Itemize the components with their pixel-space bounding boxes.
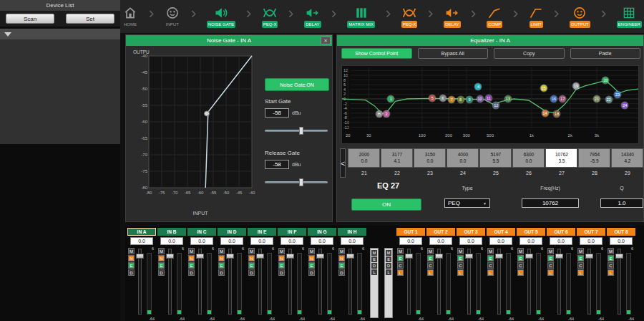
channel-button-C[interactable]: C (457, 262, 464, 269)
channel-button-L[interactable]: L (371, 269, 377, 275)
channel-button-C[interactable]: C (427, 262, 434, 269)
channel-gain-value[interactable]: 0.0 (459, 237, 482, 245)
eq-band-24[interactable]: 40000.024 (447, 148, 479, 178)
channel-label[interactable]: IN A (127, 228, 156, 236)
eq-button-paste[interactable]: Paste (570, 48, 641, 59)
channel-button-E[interactable]: E (386, 257, 391, 262)
channel-gain-value[interactable]: 0.0 (280, 237, 303, 245)
channel-gain-value[interactable]: 0.0 (519, 237, 542, 245)
toolbar-item-input[interactable]: INPUT (165, 6, 180, 28)
channel-fader[interactable] (348, 249, 352, 315)
channel-button-N[interactable]: N (128, 255, 135, 262)
channel-button-D[interactable]: D (188, 269, 195, 276)
close-icon[interactable]: × (321, 37, 331, 44)
channel-gain-value[interactable]: 0.0 (220, 237, 243, 245)
channel-label[interactable]: OUT 3 (457, 228, 485, 236)
eq-band-26[interactable]: 63000.026 (512, 148, 545, 178)
channel-gain-value[interactable]: 0.0 (550, 237, 572, 245)
channel-button-M[interactable]: M (128, 248, 135, 254)
channel-button-C[interactable]: C (608, 262, 614, 269)
slider-thumb[interactable] (299, 127, 303, 135)
channel-label[interactable]: OUT 4 (487, 228, 515, 236)
channel-fader[interactable] (557, 249, 561, 315)
toolbar-item-delay[interactable]: DELAY (444, 6, 460, 28)
channel-gain-value[interactable]: 0.0 (341, 237, 364, 245)
eq-band-22[interactable]: 31774.122 (381, 148, 413, 178)
channel-fader[interactable] (198, 249, 202, 315)
channel-button-M[interactable]: M (577, 248, 584, 254)
channel-gain-value[interactable]: 0.0 (130, 237, 153, 245)
fader-thumb[interactable] (286, 254, 294, 259)
toolbar-item-engineer[interactable]: ENGINEER (617, 6, 642, 28)
release-gate-slider[interactable] (265, 178, 328, 186)
channel-button-E[interactable]: E (308, 262, 315, 269)
channel-label[interactable]: IN D (218, 228, 246, 236)
channel-button-L[interactable]: L (577, 269, 584, 276)
channel-fader[interactable] (258, 249, 262, 315)
channel-gain-value[interactable]: 0.0 (250, 237, 273, 245)
channel-gain-value[interactable]: 0.0 (399, 237, 422, 245)
channel-button-E[interactable]: E (128, 262, 135, 269)
channel-button-E[interactable]: E (218, 262, 225, 269)
channel-button-E[interactable]: E (608, 255, 614, 262)
channel-button-M[interactable]: M (487, 248, 494, 254)
channel-button-D[interactable]: D (386, 263, 391, 269)
eq-control-point-16[interactable]: 16 (551, 96, 557, 102)
type-select[interactable]: PEQ ▼ (444, 198, 490, 208)
eq-control-point-19[interactable]: 19 (573, 82, 580, 89)
eq-control-point-2[interactable]: 2 (384, 111, 390, 118)
channel-fader[interactable] (467, 249, 471, 315)
channel-button-M[interactable]: M (397, 248, 404, 254)
channel-label[interactable]: IN H (338, 228, 366, 236)
toolbar-item-peq-x[interactable]: PEQ-X (401, 6, 418, 28)
eq-band-23[interactable]: 31500.023 (414, 148, 446, 178)
channel-fader[interactable] (407, 249, 411, 315)
toolbar-item-limit[interactable]: LIMIT (529, 6, 543, 28)
eq-button-bypass-all[interactable]: Bypass All (418, 48, 489, 59)
channel-fader[interactable] (228, 249, 232, 315)
channel-button-M[interactable]: M (188, 248, 195, 254)
channel-label[interactable]: OUT 2 (426, 228, 455, 236)
channel-button-E[interactable]: E (371, 257, 377, 262)
device-tree[interactable] (0, 39, 120, 144)
toolbar-item-delay[interactable]: DELAY (304, 6, 321, 28)
channel-button-D[interactable]: D (338, 269, 345, 276)
channel-button-D[interactable]: D (218, 269, 225, 276)
fader-thumb[interactable] (346, 254, 354, 259)
channel-button-M[interactable]: M (517, 248, 524, 254)
toolbar-item-peq-x[interactable]: PEQ-X (262, 6, 278, 28)
channel-button-D[interactable]: D (371, 263, 377, 269)
channel-fader[interactable] (288, 249, 292, 315)
channel-gain-value[interactable]: 0.0 (311, 237, 333, 245)
channel-label[interactable]: IN C (187, 228, 216, 236)
channel-button-E[interactable]: E (547, 255, 554, 262)
fader-thumb[interactable] (585, 254, 593, 259)
channel-label[interactable]: IN B (157, 228, 186, 236)
channel-fader[interactable] (497, 249, 501, 315)
channel-button-E[interactable]: E (338, 262, 345, 269)
fader-thumb[interactable] (136, 254, 144, 259)
channel-label[interactable]: IN E (248, 228, 276, 236)
channel-gain-value[interactable]: 0.0 (610, 237, 633, 245)
fader-thumb[interactable] (465, 254, 473, 259)
channel-button-M[interactable]: M (457, 248, 464, 254)
channel-button-E[interactable]: E (188, 262, 195, 269)
channel-button-C[interactable]: C (547, 262, 554, 269)
channel-label[interactable]: OUT 6 (547, 228, 575, 236)
channel-button-L[interactable]: L (397, 269, 404, 276)
channel-fader[interactable] (138, 249, 142, 315)
eq-band-29[interactable]: 143404.229 (611, 148, 643, 178)
eq-control-point-22[interactable]: 22 (605, 97, 612, 103)
channel-fader[interactable] (587, 249, 591, 315)
channel-label[interactable]: OUT 7 (577, 228, 605, 236)
eq-control-point-7[interactable]: 7 (449, 97, 455, 103)
channel-button-M[interactable]: M (608, 248, 614, 254)
fader-thumb[interactable] (435, 254, 443, 259)
fader-thumb[interactable] (316, 254, 324, 259)
slider-thumb[interactable] (299, 178, 303, 186)
channel-label[interactable]: IN F (278, 228, 306, 236)
channel-button-C[interactable]: C (517, 262, 524, 269)
channel-button-L[interactable]: L (517, 269, 524, 276)
eq-control-point-10[interactable]: 10 (477, 96, 483, 102)
channel-button-E[interactable]: E (577, 255, 584, 262)
